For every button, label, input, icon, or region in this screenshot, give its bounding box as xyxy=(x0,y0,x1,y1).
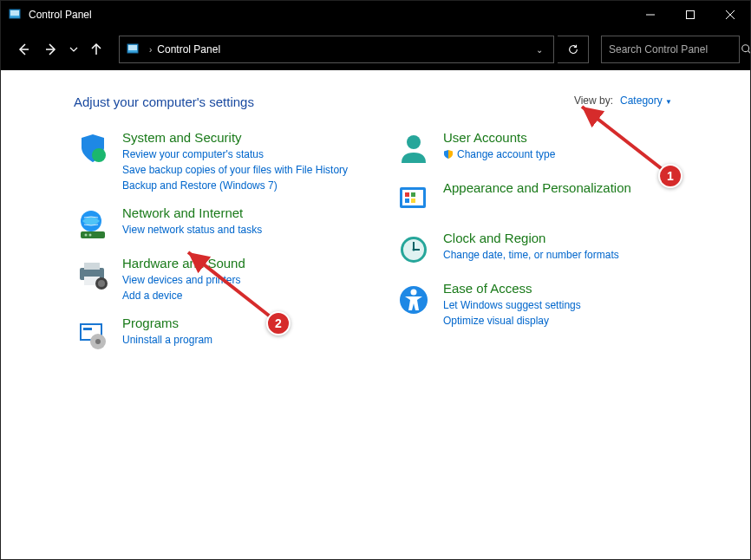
breadcrumb-text[interactable]: Control Panel xyxy=(157,43,220,55)
category-title[interactable]: Programs xyxy=(122,316,212,330)
refresh-button[interactable] xyxy=(558,36,589,63)
svg-rect-19 xyxy=(84,263,100,270)
globe-icon xyxy=(74,205,112,244)
svg-rect-32 xyxy=(411,192,415,197)
back-button[interactable] xyxy=(11,37,36,62)
app-icon xyxy=(8,8,22,22)
category-column-right: User Accounts Change account type xyxy=(395,130,672,366)
uac-shield-icon xyxy=(443,149,454,160)
shield-icon xyxy=(74,130,112,168)
svg-rect-1 xyxy=(10,10,19,16)
category-link[interactable]: Uninstall a program xyxy=(122,332,212,348)
svg-rect-34 xyxy=(411,199,415,203)
category-link[interactable]: Optimize visual display xyxy=(443,313,581,329)
chevron-down-icon: ▼ xyxy=(665,98,672,106)
category-title[interactable]: Clock and Region xyxy=(443,231,619,245)
category-link[interactable]: Add a device xyxy=(122,288,245,303)
category-link[interactable]: Save backup copies of your files with Fi… xyxy=(122,162,348,178)
maximize-button[interactable] xyxy=(670,1,710,29)
category-user-accounts: User Accounts Change account type xyxy=(395,130,672,168)
category-appearance-personalization: Appearance and Personalization xyxy=(395,180,672,218)
svg-point-41 xyxy=(411,290,417,296)
category-title[interactable]: Hardware and Sound xyxy=(122,256,245,270)
recent-locations-button[interactable] xyxy=(67,37,81,62)
category-link[interactable]: Let Windows suggest settings xyxy=(443,297,581,313)
svg-rect-25 xyxy=(83,328,92,330)
category-link[interactable]: View devices and printers xyxy=(122,272,245,288)
category-link[interactable]: Change date, time, or number formats xyxy=(443,247,619,263)
svg-rect-15 xyxy=(81,231,105,238)
annotation-callout-2: 2 xyxy=(266,311,291,335)
viewby-dropdown[interactable]: Category ▼ xyxy=(620,94,672,107)
category-link[interactable]: Change account type xyxy=(443,147,555,162)
minimize-button[interactable] xyxy=(630,1,670,29)
viewby-value-text: Category xyxy=(620,94,663,107)
clock-icon xyxy=(395,231,433,269)
svg-point-13 xyxy=(92,148,106,162)
svg-point-27 xyxy=(95,339,101,344)
search-icon[interactable] xyxy=(741,43,751,55)
svg-rect-31 xyxy=(405,192,409,197)
address-dropdown-icon[interactable]: ⌄ xyxy=(536,45,543,55)
category-column-left: System and Security Review your computer… xyxy=(74,130,351,366)
appearance-icon xyxy=(395,180,433,218)
category-title[interactable]: System and Security xyxy=(122,130,348,145)
address-bar[interactable]: › Control Panel ⌄ xyxy=(119,36,554,63)
viewby-label: View by: xyxy=(574,94,613,107)
titlebar: Control Panel xyxy=(1,1,750,29)
svg-rect-10 xyxy=(128,45,137,50)
svg-point-22 xyxy=(98,280,105,287)
category-link[interactable]: Review your computer's status xyxy=(122,147,348,162)
svg-rect-3 xyxy=(687,11,695,19)
breadcrumb-chevron-icon: › xyxy=(149,45,152,55)
programs-icon xyxy=(74,316,112,354)
category-link[interactable]: Backup and Restore (Windows 7) xyxy=(122,178,348,193)
annotation-callout-1: 1 xyxy=(658,164,682,188)
category-title[interactable]: Ease of Access xyxy=(443,281,581,296)
search-input[interactable] xyxy=(607,42,741,56)
category-network-internet: Network and Internet View network status… xyxy=(74,205,351,244)
up-button[interactable] xyxy=(84,37,108,62)
svg-point-16 xyxy=(85,234,88,237)
category-programs: Programs Uninstall a program xyxy=(74,316,351,354)
window-title: Control Panel xyxy=(29,9,92,21)
access-icon xyxy=(395,281,433,319)
category-title[interactable]: Network and Internet xyxy=(122,205,262,220)
navbar: › Control Panel ⌄ xyxy=(1,29,750,70)
search-box[interactable] xyxy=(601,36,740,63)
address-icon xyxy=(125,42,140,57)
category-ease-of-access: Ease of Access Let Windows suggest setti… xyxy=(395,281,672,329)
svg-point-11 xyxy=(742,45,749,52)
svg-point-17 xyxy=(89,234,92,237)
category-clock-region: Clock and Region Change date, time, or n… xyxy=(395,231,672,269)
svg-point-39 xyxy=(413,249,415,251)
category-hardware-sound: Hardware and Sound View devices and prin… xyxy=(74,256,351,303)
category-title[interactable]: User Accounts xyxy=(443,130,555,145)
close-button[interactable] xyxy=(710,1,750,29)
forward-button[interactable] xyxy=(39,37,63,62)
window-frame: Control Panel › Control P xyxy=(0,0,751,560)
svg-rect-30 xyxy=(402,190,423,205)
svg-point-28 xyxy=(407,135,421,149)
category-system-security: System and Security Review your computer… xyxy=(74,130,351,193)
printer-icon xyxy=(74,256,112,294)
svg-rect-33 xyxy=(405,199,409,203)
user-icon xyxy=(395,130,433,168)
content-area: Adjust your computer's settings View by:… xyxy=(1,70,750,559)
category-title[interactable]: Appearance and Personalization xyxy=(443,180,631,195)
category-link-text: Change account type xyxy=(457,147,555,162)
category-link[interactable]: View network status and tasks xyxy=(122,222,262,238)
view-by-control: View by: Category ▼ xyxy=(574,94,672,107)
